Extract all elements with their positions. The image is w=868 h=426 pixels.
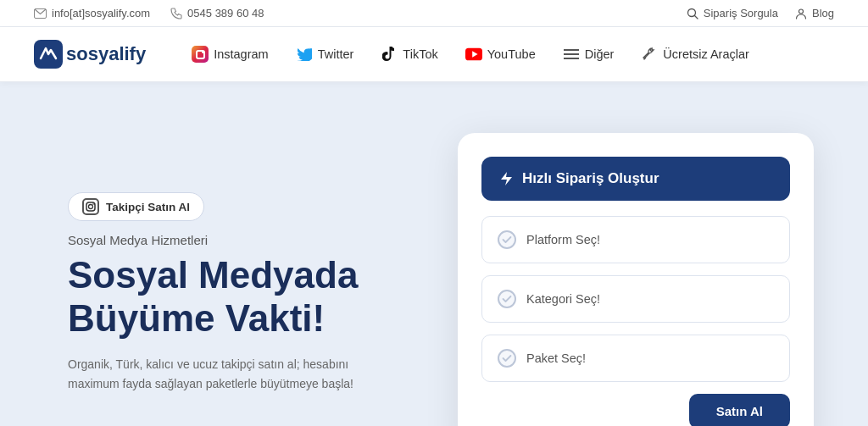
check-icon — [502, 354, 512, 362]
kategori-select[interactable]: Kategori Seç! — [481, 275, 790, 323]
twitter-icon — [296, 46, 313, 63]
top-bar-left: info[at]sosyalify.com 0545 389 60 48 — [34, 7, 264, 19]
youtube-label: YouTube — [487, 47, 536, 61]
siparis-label: Sipariş Sorgula — [704, 7, 778, 19]
navbar: sosyalify Instagram Twitter — [0, 27, 868, 82]
instagram-label: Instagram — [214, 47, 268, 61]
badge-label: Takipçi Satın Al — [106, 201, 190, 213]
top-bar-right: Sipariş Sorgula Blog — [687, 7, 834, 19]
email-icon — [34, 8, 47, 19]
menu-icon — [563, 46, 580, 63]
buy-button[interactable]: Satın Al — [689, 394, 790, 426]
phone-item: 0545 389 60 48 — [170, 7, 264, 19]
tiktok-label: TikTok — [403, 47, 437, 61]
badge-instagram-icon — [82, 198, 99, 215]
kategori-label: Kategori Seç! — [526, 292, 600, 306]
platform-select[interactable]: Platform Seç! — [481, 216, 790, 263]
hero-description: Organik, Türk, kalıcı ve ucuz takipçi sa… — [68, 355, 390, 393]
ucretsiz-label: Ücretsiz Araçlar — [663, 47, 749, 61]
card-header-label: Hızlı Sipariş Oluştur — [522, 170, 659, 187]
hero-section: Takipçi Satın Al Sosyal Medya Hizmetleri… — [0, 82, 868, 426]
phone-icon — [170, 8, 182, 19]
nav-item-youtube[interactable]: YouTube — [453, 39, 548, 69]
search-icon — [687, 8, 698, 19]
paket-label: Paket Seç! — [526, 351, 586, 365]
hero-right: Hızlı Sipariş Oluştur Platform Seç! — [458, 133, 814, 426]
hero-title-line2: Büyüme Vakti! — [68, 297, 325, 339]
platform-label: Platform Seç! — [526, 233, 600, 246]
blog-link[interactable]: Blog — [795, 7, 834, 19]
svg-point-13 — [92, 203, 94, 205]
siparis-sorgula-link[interactable]: Sipariş Sorgula — [687, 7, 778, 19]
nav-item-diger[interactable]: Diğer — [551, 39, 626, 69]
svg-point-3 — [798, 9, 803, 14]
email-text: info[at]sosyalify.com — [52, 7, 150, 19]
hero-title-line1: Sosyal Medyada — [68, 254, 358, 296]
hero-left: Takipçi Satın Al Sosyal Medya Hizmetleri… — [68, 192, 424, 393]
hero-subtitle: Sosyal Medya Hizmetleri — [68, 233, 424, 247]
user-icon — [795, 8, 807, 19]
twitter-label: Twitter — [318, 47, 354, 61]
order-card: Hızlı Sipariş Oluştur Platform Seç! — [458, 133, 814, 426]
nav-item-ucretsiz[interactable]: Ücretsiz Araçlar — [629, 39, 761, 69]
paket-select[interactable]: Paket Seç! — [481, 335, 790, 382]
tools-icon — [641, 46, 658, 63]
hero-title: Sosyal Medyada Büyüme Vakti! — [68, 254, 424, 340]
nav-item-twitter[interactable]: Twitter — [284, 39, 366, 69]
card-footer: Satın Al — [481, 394, 790, 426]
nav-item-tiktok[interactable]: TikTok — [369, 39, 449, 69]
phone-text: 0545 389 60 48 — [187, 7, 264, 19]
logo-icon — [34, 40, 63, 69]
check-icon — [502, 235, 512, 244]
logo-text: sosyalify — [66, 43, 146, 65]
nav-item-instagram[interactable]: Instagram — [180, 39, 280, 69]
youtube-icon — [465, 46, 482, 63]
paket-check-circle — [498, 349, 516, 368]
card-header: Hızlı Sipariş Oluştur — [481, 157, 790, 201]
svg-point-12 — [89, 205, 93, 209]
kategori-check-circle — [498, 290, 516, 308]
instagram-icon — [192, 46, 209, 63]
logo[interactable]: sosyalify — [34, 40, 146, 69]
tiktok-icon — [381, 46, 398, 63]
badge: Takipçi Satın Al — [68, 192, 204, 221]
lightning-icon — [498, 171, 514, 186]
top-bar: info[at]sosyalify.com 0545 389 60 48 Sip… — [0, 0, 868, 27]
nav-items: Instagram Twitter TikTok — [180, 39, 834, 69]
diger-label: Diğer — [585, 47, 615, 61]
platform-check-circle — [498, 230, 516, 249]
blog-label: Blog — [812, 7, 834, 19]
svg-line-2 — [694, 15, 698, 19]
check-icon — [502, 295, 512, 303]
email-item: info[at]sosyalify.com — [34, 7, 150, 19]
